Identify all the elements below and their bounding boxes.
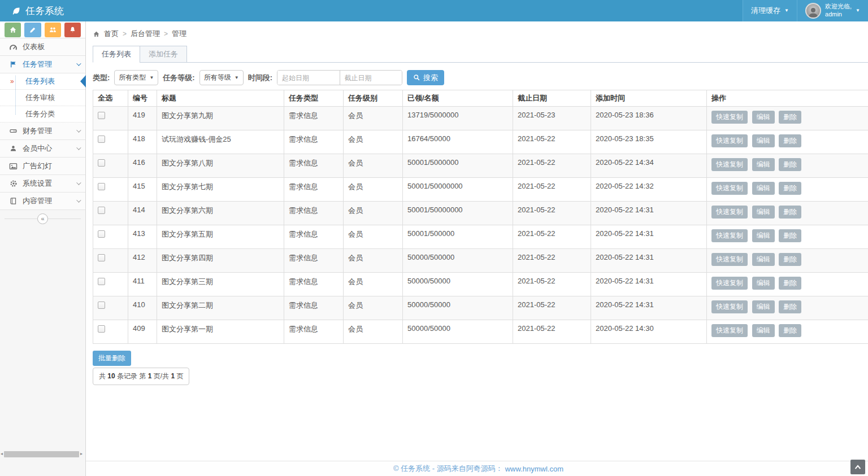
cell-level: 会员: [344, 154, 403, 178]
breadcrumb-home[interactable]: 首页: [104, 29, 119, 39]
row-checkbox[interactable]: [98, 183, 105, 190]
delete-button[interactable]: 删除: [779, 324, 801, 337]
cell-deadline: 2021-05-22: [513, 202, 591, 225]
delete-button[interactable]: 删除: [779, 277, 801, 290]
sidebar-item-finance[interactable]: 财务管理: [0, 123, 85, 140]
col-added: 添加时间: [591, 90, 707, 107]
row-checkbox[interactable]: [98, 159, 105, 167]
quick-copy-button[interactable]: 快速复制: [711, 300, 748, 313]
breadcrumb-section[interactable]: 后台管理: [131, 29, 160, 39]
edit-shortcut-button[interactable]: [24, 23, 41, 37]
home-icon: [9, 26, 17, 34]
quick-copy-button[interactable]: 快速复制: [711, 324, 748, 337]
home-shortcut-button[interactable]: [5, 23, 21, 37]
quick-copy-button[interactable]: 快速复制: [711, 111, 748, 124]
edit-button[interactable]: 编辑: [752, 111, 775, 124]
sidebar-item-member-center[interactable]: 会员中心: [0, 140, 85, 158]
delete-button[interactable]: 删除: [779, 134, 801, 147]
edit-button[interactable]: 编辑: [752, 182, 775, 195]
sidebar-item-task-management[interactable]: 任务管理: [0, 56, 85, 73]
cell-type: 需求信息: [284, 202, 344, 225]
sidebar-item-task-category[interactable]: 任务分类: [0, 106, 85, 123]
sidebar-item-system-settings[interactable]: 系统设置: [0, 175, 85, 193]
cell-deadline: 2021-05-22: [513, 154, 591, 178]
cell-title: 图文分享第三期: [157, 273, 284, 296]
quick-copy-button[interactable]: 快速复制: [711, 229, 748, 242]
sidebar-item-ad-slides[interactable]: 广告幻灯: [0, 158, 85, 175]
edit-button[interactable]: 编辑: [752, 253, 775, 266]
type-select[interactable]: 所有类型 ▼: [114, 70, 158, 85]
scroll-left-arrow-icon[interactable]: ◂: [1, 452, 3, 456]
tab-task-list[interactable]: 任务列表: [93, 46, 140, 63]
search-button[interactable]: 搜索: [407, 70, 444, 85]
sidebar-horizontal-scrollbar: ◂ ▸: [0, 450, 83, 458]
sidebar-item-task-list[interactable]: » 任务列表: [0, 73, 85, 90]
col-actions: 操作: [707, 90, 868, 107]
row-checkbox[interactable]: [98, 302, 105, 309]
cell-id: 419: [128, 107, 157, 130]
cell-id: 418: [128, 130, 157, 154]
level-select[interactable]: 所有等级 ▼: [199, 70, 244, 85]
delete-button[interactable]: 删除: [779, 111, 801, 124]
sidebar-collapse-button[interactable]: «: [37, 213, 48, 224]
cell-actions: 快速复制 编辑 删除: [707, 130, 868, 154]
row-checkbox[interactable]: [98, 325, 105, 333]
footer-link[interactable]: www.hnymwl.com: [505, 465, 563, 473]
edit-button[interactable]: 编辑: [752, 300, 775, 313]
caret-down-icon: ▼: [856, 8, 860, 13]
edit-button[interactable]: 编辑: [752, 324, 775, 337]
back-to-top-button[interactable]: [850, 460, 865, 474]
cell-added: 2020-05-23 18:36: [591, 107, 707, 130]
quick-copy-button[interactable]: 快速复制: [711, 206, 748, 219]
clear-cache-button[interactable]: 清理缓存 ▼: [743, 0, 797, 21]
delete-button[interactable]: 删除: [779, 253, 801, 266]
notifications-shortcut-button[interactable]: [64, 23, 81, 37]
quick-copy-button[interactable]: 快速复制: [711, 182, 748, 195]
row-checkbox[interactable]: [98, 112, 105, 119]
image-icon: [9, 163, 18, 170]
delete-button[interactable]: 删除: [779, 182, 801, 195]
edit-button[interactable]: 编辑: [752, 134, 775, 147]
delete-button[interactable]: 删除: [779, 229, 801, 242]
row-checkbox[interactable]: [98, 230, 105, 238]
batch-delete-button[interactable]: 批量删除: [93, 351, 131, 366]
edit-button[interactable]: 编辑: [752, 277, 775, 290]
cell-level: 会员: [344, 178, 403, 202]
user-menu-button[interactable]: 欢迎光临, admin ▼: [797, 0, 868, 21]
start-date-input[interactable]: [277, 71, 340, 85]
quick-copy-button[interactable]: 快速复制: [711, 134, 748, 147]
delete-button[interactable]: 删除: [779, 158, 801, 171]
row-checkbox[interactable]: [98, 207, 105, 214]
row-checkbox[interactable]: [98, 136, 105, 143]
cell-type: 需求信息: [284, 296, 344, 320]
footer-copyright: © 任务系统 - 源码来自阿奇源码：: [393, 464, 503, 474]
cell-quota: 16764/50000: [403, 130, 513, 154]
quick-copy-button[interactable]: 快速复制: [711, 253, 748, 266]
cell-id: 413: [128, 225, 157, 249]
edit-button[interactable]: 编辑: [752, 158, 775, 171]
cell-added: 2020-05-22 14:31: [591, 202, 707, 225]
sidebar-item-content-management[interactable]: 内容管理: [0, 193, 85, 210]
filter-bar: 类型: 所有类型 ▼ 任务等级: 所有等级 ▼ 时间段: 搜索: [93, 70, 868, 85]
row-checkbox[interactable]: [98, 278, 105, 285]
scroll-right-arrow-icon[interactable]: ▸: [80, 452, 83, 456]
tab-add-task[interactable]: 添加任务: [140, 46, 187, 63]
users-shortcut-button[interactable]: [45, 23, 61, 37]
scrollbar-thumb[interactable]: [4, 451, 79, 457]
quick-copy-button[interactable]: 快速复制: [711, 158, 748, 171]
end-date-input[interactable]: [340, 71, 402, 85]
chevron-down-icon: [76, 198, 81, 202]
sidebar-item-dashboard[interactable]: 仪表板: [0, 38, 85, 56]
breadcrumb-current: 管理: [172, 29, 186, 39]
edit-button[interactable]: 编辑: [752, 206, 775, 219]
edit-button[interactable]: 编辑: [752, 229, 775, 242]
row-checkbox[interactable]: [98, 254, 105, 261]
gauge-icon: [9, 43, 18, 51]
sidebar-item-task-review[interactable]: 任务审核: [0, 90, 85, 106]
delete-button[interactable]: 删除: [779, 300, 801, 313]
cell-added: 2020-05-22 14:30: [591, 320, 707, 344]
delete-button[interactable]: 删除: [779, 206, 801, 219]
table-row: 416 图文分享第八期 需求信息 会员 50001/5000000 2021-0…: [93, 154, 868, 178]
quick-copy-button[interactable]: 快速复制: [711, 277, 748, 290]
cell-title: 图文分享第一期: [157, 320, 284, 344]
